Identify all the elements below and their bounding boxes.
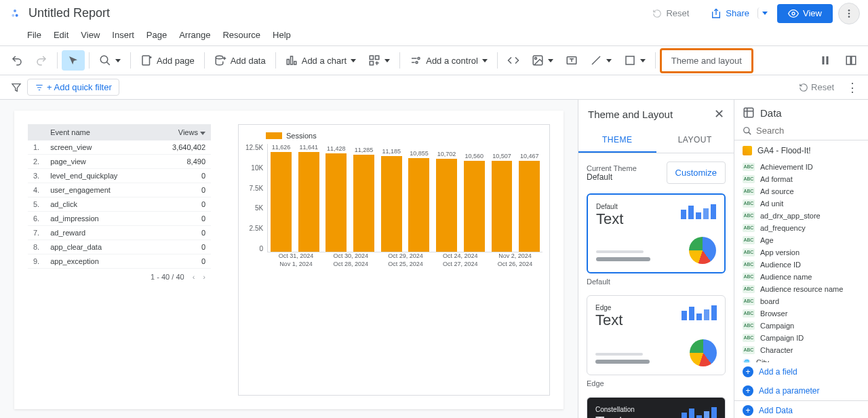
table-chart[interactable]: Event name Views 1.screen_view3,640,4022… — [28, 124, 211, 396]
bar-column[interactable]: 11,641 — [296, 144, 322, 252]
field-row[interactable]: ABCAd source — [734, 185, 868, 197]
bar-column[interactable]: 10,560 — [461, 144, 488, 252]
table-row[interactable]: 4.user_engagement0 — [28, 183, 211, 197]
field-row[interactable]: ABCCampaign ID — [734, 332, 868, 344]
add-data-link[interactable]: +Add Data — [734, 400, 868, 418]
more-options-button[interactable] — [838, 3, 860, 24]
bar-column[interactable]: 10,855 — [406, 144, 433, 252]
filter-reset-button[interactable]: Reset — [799, 82, 834, 92]
share-dropdown[interactable] — [757, 7, 772, 19]
bar-column[interactable]: 11,626 — [268, 144, 294, 252]
field-row[interactable]: ABCBrowser — [734, 307, 868, 320]
undo-button[interactable] — [5, 50, 28, 71]
col-views[interactable]: Views — [151, 124, 211, 140]
field-row[interactable]: ABCCampaign — [734, 320, 868, 332]
theme-label: Edge — [587, 379, 726, 387]
table-row[interactable]: 5.ad_click0 — [28, 197, 211, 212]
menu-file[interactable]: File — [22, 27, 47, 43]
table-row[interactable]: 1.screen_view3,640,402 — [28, 140, 211, 155]
customize-button[interactable]: Customize — [667, 162, 726, 184]
share-button[interactable]: Share — [703, 4, 757, 23]
text-button[interactable] — [560, 50, 583, 71]
current-theme-name: Default — [587, 172, 637, 182]
selection-tool[interactable] — [62, 50, 85, 71]
field-row[interactable]: ABCApp version — [734, 246, 868, 259]
line-button[interactable] — [585, 50, 617, 71]
field-row[interactable]: ABCad_frequency — [734, 222, 868, 234]
table-row[interactable]: 6.ad_impression0 — [28, 212, 211, 226]
table-row[interactable]: 8.app_clear_data0 — [28, 240, 211, 254]
theme-card-default[interactable]: DefaultText — [587, 193, 726, 273]
image-button[interactable] — [526, 50, 559, 71]
x-axis-2: Nov 1, 2024Oct 28, 2024Oct 25, 2024Oct 2… — [269, 261, 542, 267]
field-row[interactable]: ABCAudience name — [734, 271, 868, 283]
toggle-panels-button[interactable] — [840, 50, 863, 71]
table-row[interactable]: 7.ad_reward0 — [28, 226, 211, 240]
add-parameter-link[interactable]: +Add a parameter — [734, 381, 868, 400]
tab-layout[interactable]: LAYOUT — [656, 128, 734, 153]
zoom-dropdown[interactable] — [94, 50, 126, 71]
menu-help[interactable]: Help — [267, 27, 296, 43]
panel-title: Theme and Layout — [588, 109, 673, 120]
menu-resource[interactable]: Resource — [217, 27, 266, 43]
field-row[interactable]: ABCAudience ID — [734, 259, 868, 271]
field-row[interactable]: ABCad_drx_app_store — [734, 210, 868, 222]
col-event-name[interactable]: Event name — [45, 124, 151, 140]
report-canvas[interactable]: Event name Views 1.screen_view3,640,4022… — [14, 111, 564, 409]
pager-next[interactable]: › — [203, 273, 205, 281]
tab-theme[interactable]: THEME — [578, 128, 656, 153]
reset-button[interactable]: Reset — [644, 4, 697, 22]
menu-page[interactable]: Page — [141, 27, 172, 43]
embed-button[interactable] — [502, 50, 525, 71]
field-row[interactable]: ABCAd format — [734, 173, 868, 185]
field-row[interactable]: ABCAudience resource name — [734, 283, 868, 295]
view-button[interactable]: View — [777, 4, 833, 23]
bar-column[interactable]: 11,185 — [378, 144, 405, 252]
menu-view[interactable]: View — [75, 27, 105, 43]
theme-card-edge[interactable]: EdgeText — [587, 295, 726, 375]
field-row[interactable]: ABCAd unit — [734, 197, 868, 210]
field-row[interactable]: ABCAge — [734, 234, 868, 246]
field-row[interactable]: 🌐City — [734, 356, 868, 362]
pager-prev[interactable]: ‹ — [193, 273, 195, 281]
table-row[interactable]: 2.page_view8,490 — [28, 155, 211, 169]
community-viz-button[interactable] — [363, 50, 395, 71]
report-title[interactable]: Untitled Report — [28, 6, 110, 20]
theme-layout-button[interactable]: Theme and layout — [660, 48, 753, 73]
add-control-button[interactable]: Add a control — [404, 50, 493, 71]
filter-more-button[interactable]: ⋮ — [842, 80, 863, 95]
add-field-link[interactable]: +Add a field — [734, 362, 868, 381]
field-row[interactable]: ABCCharacter — [734, 344, 868, 356]
bar-column[interactable]: 11,285 — [351, 144, 377, 252]
search-input[interactable] — [756, 126, 868, 136]
menu-arrange[interactable]: Arrange — [174, 27, 216, 43]
svg-point-16 — [418, 58, 420, 60]
data-source-row[interactable]: GA4 - Flood-It! — [734, 140, 868, 161]
table-row[interactable]: 3.level_end_quickplay0 — [28, 169, 211, 183]
bar-column[interactable]: 10,507 — [489, 144, 515, 252]
add-quick-filter-button[interactable]: + Add quick filter — [27, 79, 119, 96]
bar-column[interactable]: 11,428 — [323, 144, 350, 252]
field-row[interactable]: ABCAchievement ID — [734, 161, 868, 173]
add-chart-button[interactable]: Add a chart — [280, 50, 362, 71]
svg-rect-10 — [287, 60, 289, 65]
data-icon — [743, 107, 755, 119]
svg-point-5 — [848, 12, 850, 14]
redo-button[interactable] — [30, 50, 53, 71]
pause-updates-button[interactable] — [814, 50, 837, 71]
close-icon[interactable]: ✕ — [714, 107, 724, 121]
add-data-button[interactable]: Add data — [209, 50, 271, 71]
add-page-button[interactable]: Add page — [135, 50, 200, 71]
shape-button[interactable] — [618, 50, 651, 71]
bar-chart[interactable]: Sessions 12.5K10K7.5K5K2.5K0 11,62611,64… — [238, 124, 550, 396]
svg-point-4 — [848, 10, 850, 12]
table-row[interactable]: 9.app_exception0 — [28, 254, 211, 269]
menu-insert[interactable]: Insert — [106, 27, 140, 43]
menu-edit[interactable]: Edit — [48, 27, 74, 43]
bar-column[interactable]: 10,467 — [516, 144, 542, 252]
canvas-area[interactable]: Event name Views 1.screen_view3,640,4022… — [0, 100, 578, 418]
theme-card-constellation[interactable]: ConstellationText — [587, 397, 726, 418]
filter-icon[interactable] — [5, 79, 27, 96]
bar-column[interactable]: 10,702 — [433, 144, 460, 252]
field-row[interactable]: ABCboard — [734, 295, 868, 307]
